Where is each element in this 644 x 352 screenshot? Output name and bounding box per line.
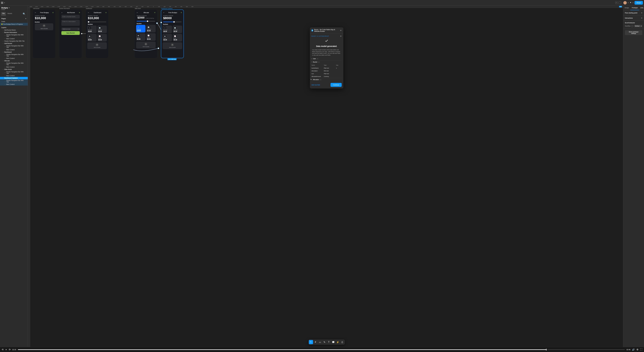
- tab-prototype[interactable]: Prototype: [630, 6, 639, 10]
- layer-item[interactable]: #Header Navigation Bar With Title: [0, 40, 28, 42]
- field-row[interactable]: allocatedAmountCurrency: [312, 75, 342, 78]
- dev-mode-icon[interactable]: [618, 2, 621, 4]
- back-icon[interactable]: ←: [61, 12, 63, 14]
- layer-item[interactable]: #Header Navigation Bar With Title: [0, 71, 28, 75]
- add-flow-button[interactable]: +: [641, 12, 642, 14]
- drafts-label[interactable]: Drafts: [0, 20, 28, 23]
- bucket-cell[interactable]: ⌂Personal$0.00: [162, 26, 172, 33]
- zoom-control[interactable]: 67%▾: [639, 6, 644, 10]
- menu-icon[interactable]: ≡: [106, 12, 106, 14]
- rewind-icon[interactable]: ⟲: [2, 348, 4, 351]
- bucket-cell[interactable]: ⌂Personal$0.00: [87, 26, 97, 33]
- layer-item[interactable]: #Header Navigation Bar With Title: [0, 45, 28, 49]
- save-bucket-button[interactable]: Save Bucket: [61, 31, 80, 35]
- back-icon[interactable]: ←: [34, 12, 36, 14]
- layer-item[interactable]: #Header Navigation Bar With Title: [0, 62, 28, 66]
- progress-track[interactable]: [18, 349, 625, 350]
- frame-label[interactable]: Slide finish: [135, 8, 141, 9]
- layer-item[interactable]: #Main Content: [0, 49, 28, 51]
- text-tool-icon[interactable]: T: [327, 340, 331, 344]
- continue-button[interactable]: Continue: [330, 83, 342, 87]
- frame-allocate[interactable]: ←Allocate≡ Allocate to Personal $2000/ 8…: [135, 10, 157, 58]
- bucket-cell[interactable]: 🏢Business$0.00: [146, 25, 156, 32]
- share-button[interactable]: Share: [634, 1, 643, 5]
- tree-row-allocation[interactable]: ▸Allocation(2): [312, 78, 342, 81]
- layer-item[interactable]: #Main Content: [0, 75, 28, 77]
- frame-label[interactable]: Add Bucket: [33, 8, 39, 9]
- play-icon[interactable]: [5, 349, 7, 350]
- frame-label[interactable]: Dashboard Updated: [161, 8, 172, 9]
- chevron-down-icon[interactable]: ▾: [633, 2, 634, 4]
- icon-select[interactable]: Select an icon▾: [61, 28, 80, 31]
- layer-item[interactable]: #Main Content: [0, 57, 28, 60]
- menu-icon[interactable]: ≡: [52, 12, 54, 14]
- menu-icon[interactable]: ≡: [154, 12, 155, 14]
- layer-item[interactable]: #Dashboard: [0, 51, 28, 53]
- frame-tool-icon[interactable]: #: [313, 340, 318, 344]
- bucket-cell[interactable]: ▤Taxes$0.00: [162, 34, 172, 42]
- close-icon[interactable]: ✕: [340, 29, 342, 32]
- field-row[interactable]: iconPlain text: [312, 72, 342, 75]
- bucket-cell[interactable]: ⌂Personal$2000: [136, 25, 146, 32]
- tab-assets[interactable]: Assets: [6, 12, 13, 16]
- bucket-cell[interactable]: 🏢Business$0.00: [173, 26, 182, 33]
- add-bucket-card[interactable]: +Add a bucket: [162, 42, 182, 49]
- add-bucket-card[interactable]: +Add a bucket: [35, 23, 53, 30]
- bucket-cell[interactable]: 📈Invest$0.00: [146, 33, 156, 41]
- bucket-desc-input[interactable]: [61, 20, 80, 26]
- volume-icon[interactable]: 🔊: [632, 348, 635, 351]
- layer-item[interactable]: #Main Content: [0, 83, 28, 86]
- dev-mode-toggle[interactable]: ⟨⟩: [340, 340, 344, 344]
- bucket-cell[interactable]: 📈Invest$0.00: [98, 34, 107, 42]
- chevron-down-icon[interactable]: ▾: [9, 7, 10, 9]
- bucket-cell[interactable]: ▤Taxes$0.00: [136, 33, 146, 41]
- close-icon[interactable]: ✕: [340, 35, 342, 37]
- figma-menu-icon[interactable]: [1, 2, 3, 4]
- show-prototype-settings-button[interactable]: Show prototype settings: [625, 30, 642, 35]
- layer-item[interactable]: #Slide finish: [0, 68, 28, 71]
- add-page-button[interactable]: +: [25, 18, 26, 20]
- menu-icon[interactable]: ≡: [181, 12, 182, 14]
- layer-item[interactable]: #Header Navigation Bar With Title: [0, 79, 28, 83]
- layer-item[interactable]: #Header Navigation Bar With Title: [0, 34, 28, 38]
- field-row[interactable]: bucketNamePlain text1: [312, 67, 342, 70]
- add-field-link[interactable]: Add new field: [312, 84, 320, 86]
- layer-item[interactable]: #Bucket Information: [0, 31, 28, 34]
- tab-file[interactable]: File: [1, 12, 6, 16]
- tab-design[interactable]: Design: [623, 6, 630, 10]
- settings-icon[interactable]: ⚙: [636, 348, 638, 351]
- tree-row-user[interactable]: ▸User(3): [312, 57, 342, 60]
- frame-label[interactable]: Bucket Information: [60, 8, 70, 9]
- shape-tool-icon[interactable]: ▭: [318, 340, 322, 344]
- frame-label[interactable]: Dashboard: [86, 8, 92, 9]
- canvas[interactable]: -2200-2100-2000-1900-1800-1700-1600-1500…: [28, 6, 623, 347]
- search-icon[interactable]: 🔍: [22, 12, 27, 16]
- component-icon[interactable]: A↕: [615, 2, 618, 4]
- chevron-down-icon[interactable]: ▾: [4, 2, 5, 4]
- frame-dashboard[interactable]: ←Dashboard≡ Available to Allocate$10,000…: [86, 10, 108, 58]
- avatar[interactable]: [623, 1, 627, 5]
- tree-row-bucket[interactable]: ▾Bucket(4): [312, 60, 342, 64]
- layer-item[interactable]: #Add Bucket: [0, 42, 28, 45]
- add-interaction-button[interactable]: +: [641, 17, 642, 19]
- back-icon[interactable]: ←: [136, 12, 138, 14]
- bucket-name-input[interactable]: [61, 15, 80, 19]
- comment-tool-icon[interactable]: 💬: [331, 340, 336, 344]
- pen-tool-icon[interactable]: ✎: [322, 340, 326, 344]
- back-icon[interactable]: ←: [88, 12, 90, 14]
- actions-icon[interactable]: ⚡: [336, 340, 340, 344]
- chevron-down-icon[interactable]: ▾: [628, 2, 628, 4]
- frame-dashboard-updated[interactable]: ←Free Budgey≡ Available to Allocate$8000…: [161, 10, 184, 58]
- back-icon[interactable]: ←: [163, 12, 165, 14]
- layer-item[interactable]: #Allocate: [0, 60, 28, 62]
- overflow-select[interactable]: Vertical▾: [634, 25, 642, 27]
- menu-icon[interactable]: ≡: [79, 12, 80, 14]
- field-row[interactable]: descriptionRich text: [312, 70, 342, 72]
- frame-bucket-info[interactable]: ←Add Bucket≡ Select an icon▾ Save Bucket: [60, 10, 82, 58]
- layer-item[interactable]: #Add Bucket Button: [0, 29, 28, 31]
- bucket-cell[interactable]: ▤Taxes$0.00: [87, 34, 97, 42]
- frame-add-bucket[interactable]: ←Free Budgey≡ Available to Allocate$10,0…: [33, 10, 55, 58]
- forward-icon[interactable]: ⟳: [9, 348, 10, 351]
- present-button[interactable]: [630, 2, 632, 4]
- layer-item[interactable]: #Header Navigation Bar With Title: [0, 53, 28, 57]
